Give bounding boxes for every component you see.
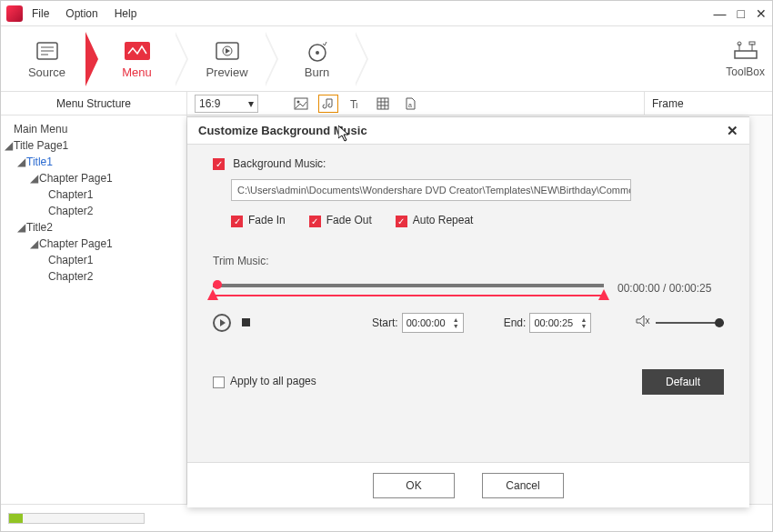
trim-line bbox=[213, 284, 604, 287]
sub-toolbar: Menu Structure 16:9 ▾ TI a Frame bbox=[1, 92, 772, 115]
text-tool-icon[interactable]: TI bbox=[346, 95, 366, 113]
autorepeat-option[interactable]: ✓Auto Repeat bbox=[396, 214, 474, 226]
end-time-input[interactable]: 00:00:25 ▲▼ bbox=[529, 313, 591, 333]
tree-title1[interactable]: ◢Title1 bbox=[5, 154, 183, 170]
step-menu[interactable]: Menu bbox=[98, 32, 176, 86]
grid-tool-icon[interactable] bbox=[373, 95, 393, 113]
playback-row: Start: 00:00:00 ▲▼ End: 00:00:25 ▲▼ bbox=[213, 313, 724, 333]
play-icon bbox=[220, 319, 226, 326]
chevron-icon bbox=[176, 32, 188, 86]
step-burn[interactable]: Burn bbox=[278, 32, 356, 86]
options-row: ✓Fade In ✓Fade Out ✓Auto Repeat bbox=[231, 214, 724, 226]
cancel-button[interactable]: Cancel bbox=[482, 473, 564, 498]
maximize-icon[interactable]: □ bbox=[738, 6, 745, 21]
trim-handle-left[interactable] bbox=[207, 289, 218, 300]
tree-chapter1[interactable]: Chapter1 bbox=[5, 186, 183, 203]
svg-rect-10 bbox=[735, 51, 757, 58]
tree-chapter-page[interactable]: ◢Chapter Page1 bbox=[5, 170, 183, 186]
trim-handle-right[interactable] bbox=[598, 289, 609, 300]
menu-structure-label: Menu Structure bbox=[1, 92, 187, 115]
titlebar: File Option Help — □ ✕ bbox=[1, 1, 772, 26]
tree-main-menu[interactable]: Main Menu bbox=[5, 121, 183, 137]
app-icon bbox=[6, 5, 23, 22]
apply-row: ✓Apply to all pages Default bbox=[213, 369, 724, 395]
dialog-title: Customize Background Music bbox=[198, 124, 367, 137]
source-icon bbox=[35, 38, 59, 64]
volume-icon bbox=[636, 315, 650, 330]
chevron-icon bbox=[85, 32, 98, 86]
fadein-option[interactable]: ✓Fade In bbox=[231, 214, 286, 226]
aspect-select[interactable]: 16:9 ▾ bbox=[195, 95, 258, 113]
tree-chapter1[interactable]: Chapter1 bbox=[5, 252, 183, 268]
step-source[interactable]: Source bbox=[8, 32, 85, 86]
menu-file[interactable]: File bbox=[32, 7, 49, 20]
tree-title2[interactable]: ◢Title2 bbox=[5, 219, 183, 236]
svg-text:a: a bbox=[408, 102, 412, 108]
ok-button[interactable]: OK bbox=[373, 473, 455, 498]
volume-knob[interactable] bbox=[715, 318, 724, 327]
svg-text:I: I bbox=[356, 101, 358, 110]
svg-marker-25 bbox=[637, 316, 644, 326]
music-path-field[interactable]: C:\Users\admin\Documents\Wondershare DVD… bbox=[231, 179, 631, 201]
start-label: Start: bbox=[372, 316, 398, 329]
bgmusic-checkbox[interactable]: ✓ bbox=[213, 158, 225, 170]
trim-track[interactable]: 00:00:00 / 00:00:25 bbox=[213, 276, 724, 306]
chevron-icon bbox=[266, 32, 278, 86]
stop-button[interactable] bbox=[242, 318, 250, 326]
tree-chapter2[interactable]: Chapter2 bbox=[5, 268, 183, 285]
end-label: End: bbox=[504, 316, 527, 329]
sub-toolbar-mid: 16:9 ▾ TI a bbox=[187, 92, 645, 115]
toolbox-button[interactable]: ToolBox bbox=[726, 40, 765, 78]
default-button[interactable]: Default bbox=[642, 369, 724, 395]
tree-chapter-page[interactable]: ◢Chapter Page1 bbox=[5, 236, 183, 252]
volume-control[interactable] bbox=[636, 315, 724, 330]
step-nav: Source Menu Preview Burn ToolBox bbox=[1, 26, 772, 92]
dialog-header: Customize Background Music ✕ bbox=[187, 117, 749, 145]
window-controls: — □ ✕ bbox=[714, 6, 767, 21]
time-display: 00:00:00 / 00:00:25 bbox=[617, 282, 711, 295]
apply-all-checkbox[interactable]: ✓Apply to all pages bbox=[213, 375, 316, 387]
start-time-input[interactable]: 00:00:00 ▲▼ bbox=[402, 313, 464, 333]
tree-chapter2[interactable]: Chapter2 bbox=[5, 203, 183, 219]
customize-music-dialog: Customize Background Music ✕ ✓ Backgroun… bbox=[187, 116, 749, 507]
start-time-group: Start: 00:00:00 ▲▼ bbox=[372, 313, 464, 333]
bgmusic-label: Background Music: bbox=[233, 157, 326, 170]
trim-playhead[interactable] bbox=[213, 280, 222, 289]
minimize-icon[interactable]: — bbox=[714, 6, 727, 21]
svg-rect-4 bbox=[125, 42, 150, 60]
step-preview[interactable]: Preview bbox=[188, 32, 266, 86]
svg-point-9 bbox=[316, 51, 319, 55]
trim-selection bbox=[213, 295, 604, 296]
image-tool-icon[interactable] bbox=[291, 95, 311, 113]
frame-label: Frame bbox=[645, 92, 772, 115]
trim-label: Trim Music: bbox=[213, 255, 724, 267]
tree-title-page[interactable]: ◢Title Page1 bbox=[5, 137, 183, 154]
svg-rect-19 bbox=[377, 98, 388, 109]
fadeout-option[interactable]: ✓Fade Out bbox=[309, 214, 372, 226]
burn-icon bbox=[306, 38, 329, 64]
tree-panel: Main Menu ◢Title Page1 ◢Title1 ◢Chapter … bbox=[1, 115, 187, 504]
menu-option[interactable]: Option bbox=[65, 7, 97, 20]
end-time-group: End: 00:00:25 ▲▼ bbox=[504, 313, 592, 333]
menu-help[interactable]: Help bbox=[115, 7, 137, 20]
dialog-footer: OK Cancel bbox=[187, 462, 749, 507]
toolbox-icon bbox=[732, 40, 759, 65]
chevron-icon bbox=[356, 32, 368, 86]
svg-rect-14 bbox=[749, 42, 755, 45]
spinner-icon[interactable]: ▲▼ bbox=[453, 316, 459, 329]
volume-slider[interactable] bbox=[656, 322, 724, 324]
progress-bar bbox=[8, 513, 145, 524]
music-tool-icon[interactable] bbox=[318, 95, 338, 113]
bgmusic-row: ✓ Background Music: bbox=[213, 157, 724, 170]
menu-icon bbox=[124, 38, 151, 64]
file-tool-icon[interactable]: a bbox=[400, 95, 420, 113]
progress-fill bbox=[9, 514, 23, 523]
preview-icon bbox=[215, 38, 240, 64]
dialog-close-icon[interactable]: ✕ bbox=[727, 123, 738, 139]
svg-marker-7 bbox=[226, 48, 230, 54]
spinner-icon[interactable]: ▲▼ bbox=[580, 316, 587, 329]
svg-point-16 bbox=[297, 100, 300, 103]
dialog-body: ✓ Background Music: C:\Users\admin\Docum… bbox=[187, 145, 749, 462]
close-icon[interactable]: ✕ bbox=[756, 6, 767, 21]
play-button[interactable] bbox=[213, 314, 231, 332]
